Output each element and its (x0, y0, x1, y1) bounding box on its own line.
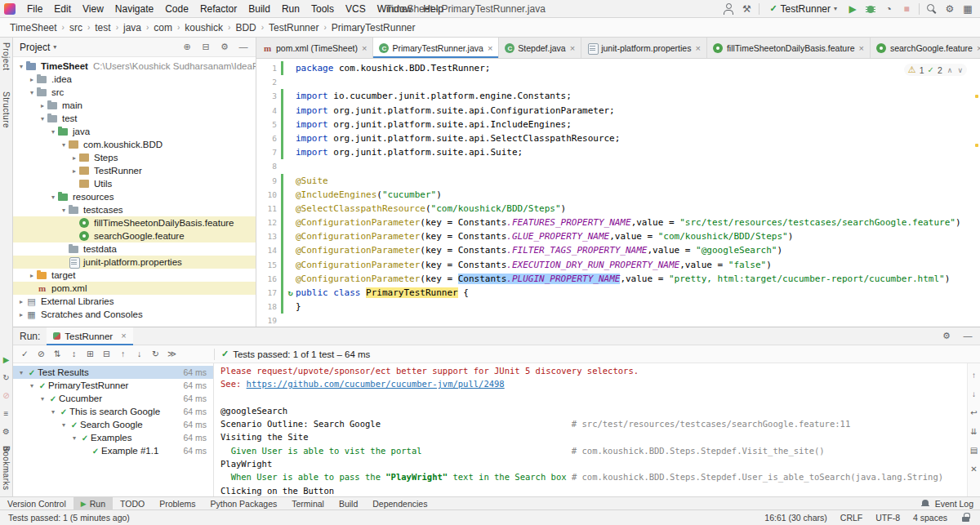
run-button[interactable]: ▶ (847, 3, 858, 15)
show-ignored-icon[interactable]: ⊘ (36, 349, 47, 359)
menu-tools[interactable]: Tools (305, 2, 340, 16)
chevron-expanded-icon[interactable]: ▾ (16, 63, 26, 70)
chevron-expanded-icon[interactable]: ▾ (48, 408, 58, 416)
project-tree-item[interactable]: ▸▦Scratches and Consoles (13, 308, 256, 321)
project-tree-item[interactable]: ▸main (13, 99, 256, 112)
menu-run[interactable]: Run (276, 2, 305, 16)
breadcrumb-item[interactable]: test (93, 21, 112, 34)
project-tree-item[interactable]: Utils (13, 177, 256, 190)
scroll-up-icon[interactable]: ↑ (969, 370, 980, 381)
editor[interactable]: 1package com.koushick.BDD.TestRunner;23i… (256, 59, 980, 327)
breadcrumb-item[interactable]: BDD (234, 21, 257, 34)
warning-stripe-mark[interactable] (975, 144, 978, 147)
chevron-collapsed-icon[interactable]: ▸ (69, 167, 79, 175)
chevron-expanded-icon[interactable]: ▾ (38, 115, 47, 122)
chevron-expanded-icon[interactable]: ▾ (48, 128, 58, 136)
close-icon[interactable]: × (121, 331, 126, 340)
stripe-bookmarks-button[interactable]: Bookmarks (2, 446, 11, 491)
editor-tab[interactable]: CPrimaryTestRunner.java× (373, 38, 499, 59)
status-widget[interactable]: 4 spaces (913, 513, 947, 523)
console-output[interactable]: Please request/upvote/sponsor/ect better… (214, 363, 967, 496)
breadcrumb-item[interactable]: PrimaryTestRunner (330, 21, 417, 34)
soft-wrap-icon[interactable]: ↩ (969, 407, 980, 419)
settings-icon[interactable]: ⚙ (944, 3, 956, 15)
editor-tab[interactable]: junit-platform.properties× (581, 38, 707, 59)
toolwindow-button-run[interactable]: ▶Run (74, 497, 113, 510)
project-tree-item[interactable]: ▸.idea (13, 73, 256, 86)
chevron-collapsed-icon[interactable]: ▸ (16, 311, 26, 318)
status-widget[interactable]: 16:61 (30 chars) (764, 513, 826, 523)
stripe-project-button[interactable]: Project (2, 42, 11, 71)
next-test-icon[interactable]: ↓ (134, 349, 145, 359)
event-log-button[interactable]: Event Log (920, 498, 980, 509)
project-tree-item[interactable]: ▾src (13, 86, 256, 99)
chevron-collapsed-icon[interactable]: ▸ (69, 154, 79, 162)
settings-icon[interactable]: ⚙ (941, 331, 952, 342)
breadcrumb-item[interactable]: java (122, 21, 143, 34)
sort-alphabetically-icon[interactable]: ⇅ (52, 349, 63, 359)
chevron-expanded-icon[interactable]: ▾ (69, 434, 79, 442)
editor-tab[interactable]: mpom.xml (TimeSheet)× (256, 38, 373, 59)
expand-all-icon[interactable]: ⊞ (85, 349, 96, 359)
menu-vcs[interactable]: VCS (340, 2, 372, 16)
prev-problem-icon[interactable]: ∧ (947, 66, 953, 74)
project-tree-item[interactable]: ▾TimeSheetC:\Users\Koushick Sudharsanam\… (13, 60, 256, 73)
debug-button[interactable] (865, 3, 876, 15)
breadcrumb-item[interactable]: src (68, 21, 84, 34)
test-tree-item[interactable]: ▾✓This is search Google64 ms (13, 405, 213, 418)
more-icon[interactable]: ≫ (167, 349, 177, 359)
project-tree-item[interactable]: ▸TestRunner (13, 164, 256, 177)
project-tree-item[interactable]: ▾test (13, 112, 256, 125)
chevron-collapsed-icon[interactable]: ▸ (27, 76, 37, 83)
filter-icon[interactable]: ≡ (1, 408, 11, 419)
stripe-structure-button[interactable]: Structure (2, 91, 11, 128)
breadcrumb-item[interactable]: TimeSheet (8, 21, 59, 34)
test-tree-item[interactable]: ▾✓PrimaryTestRunner64 ms (13, 379, 213, 392)
menu-window[interactable]: Window (372, 2, 418, 16)
scroll-to-end-icon[interactable]: ⇊ (969, 426, 980, 438)
menu-file[interactable]: File (21, 2, 48, 16)
project-tree-item[interactable]: ▾resources (13, 190, 256, 203)
project-tree-item[interactable]: ▸Steps (13, 151, 256, 164)
project-tree-item[interactable]: mpom.xml (13, 282, 256, 295)
toolwindow-button-build[interactable]: Build (332, 497, 365, 510)
chevron-down-icon[interactable]: ▾ (53, 43, 56, 51)
chevron-expanded-icon[interactable]: ▾ (38, 395, 47, 403)
hide-panel-icon[interactable]: — (238, 42, 249, 53)
chevron-collapsed-icon[interactable]: ▸ (16, 298, 26, 305)
chevron-expanded-icon[interactable]: ▾ (48, 194, 58, 201)
menu-build[interactable]: Build (243, 2, 276, 16)
test-tree-item[interactable]: ✓Example #1.164 ms (13, 444, 213, 457)
stop-button[interactable]: ⊘ (1, 390, 11, 401)
stop-button[interactable]: ■ (901, 3, 912, 15)
inspections-widget[interactable]: ⚠ 1 ✓ 2 ∧ ∨ (904, 64, 967, 76)
project-tree-item[interactable]: ▾testcases (13, 203, 256, 216)
test-history-icon[interactable]: ↻ (150, 349, 161, 359)
settings-icon[interactable]: ⚙ (1, 426, 11, 437)
project-tree-item[interactable]: ▾com.koushick.BDD (13, 138, 256, 151)
close-tab-icon[interactable]: × (488, 44, 492, 53)
editor-tab[interactable]: searchGoogle.feature× (871, 38, 980, 59)
menu-code[interactable]: Code (159, 2, 194, 16)
project-tree-item[interactable]: searchGoogle.feature (13, 229, 256, 242)
codewithme-icon[interactable] (723, 3, 734, 15)
close-tab-icon[interactable]: × (977, 44, 980, 53)
run-tab[interactable]: TestRunner × (47, 327, 132, 345)
project-tree-item[interactable]: ▸target (13, 269, 256, 282)
project-panel-title[interactable]: Project (20, 42, 50, 53)
close-tab-icon[interactable]: × (695, 44, 700, 53)
warning-stripe-mark[interactable] (975, 95, 978, 98)
test-tree-item[interactable]: ▾✓Examples64 ms (13, 431, 213, 444)
build-project-icon[interactable]: ⚒ (741, 3, 752, 15)
menu-edit[interactable]: Edit (48, 2, 77, 16)
chevron-expanded-icon[interactable]: ▾ (59, 207, 69, 214)
chevron-expanded-icon[interactable]: ▾ (16, 369, 26, 376)
project-tree-item[interactable]: fillTimeSheetonDailyBasis.feature (13, 216, 256, 229)
toolwindow-button-version-control[interactable]: Version Control (0, 497, 74, 510)
editor-tab[interactable]: fillTimeSheetonDailyBasis.feature× (707, 38, 871, 59)
menu-navigate[interactable]: Navigate (109, 2, 159, 16)
test-tree-item[interactable]: ▾✓Cucumber64 ms (13, 392, 213, 405)
breadcrumb-item[interactable]: com (152, 21, 174, 34)
test-tree-item[interactable]: ▾✓Search Google64 ms (13, 418, 213, 431)
run-test-gutter-icon[interactable]: ↻ (285, 286, 296, 300)
